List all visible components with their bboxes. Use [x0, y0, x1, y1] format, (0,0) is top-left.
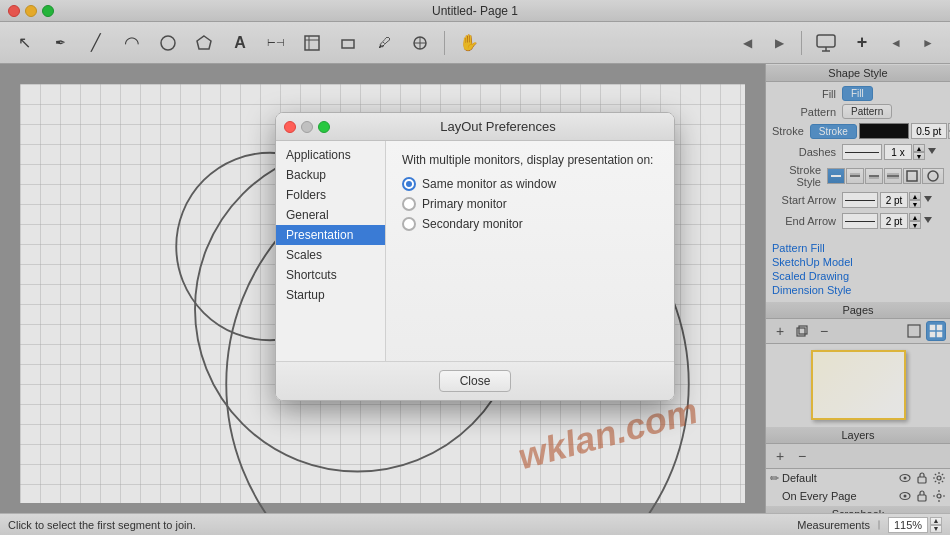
dialog-nav-presentation[interactable]: Presentation: [276, 225, 385, 245]
dialog-min-traffic[interactable]: [301, 121, 313, 133]
dialog-close-button[interactable]: Close: [439, 370, 512, 392]
status-right: Measurements 115% ▲ ▼: [797, 517, 942, 533]
dialog-nav-startup[interactable]: Startup: [276, 285, 385, 305]
preferences-dialog: LayOut Preferences Applications Backup F…: [275, 112, 675, 401]
dialog-traffic-lights[interactable]: [284, 121, 330, 133]
radio-secondary-monitor-label: Secondary monitor: [422, 217, 523, 231]
radio-primary-monitor-circle: [402, 197, 416, 211]
radio-same-monitor[interactable]: Same monitor as window: [402, 177, 658, 191]
dialog-sidebar: Applications Backup Folders General Pres…: [276, 141, 386, 361]
dialog-nav-backup[interactable]: Backup: [276, 165, 385, 185]
zoom-value[interactable]: 115%: [888, 517, 928, 533]
dialog-title: LayOut Preferences: [330, 119, 666, 134]
dialog-close-traffic[interactable]: [284, 121, 296, 133]
dialog-body: Applications Backup Folders General Pres…: [276, 141, 674, 361]
radio-primary-monitor[interactable]: Primary monitor: [402, 197, 658, 211]
radio-secondary-monitor-circle: [402, 217, 416, 231]
dialog-nav-shortcuts[interactable]: Shortcuts: [276, 265, 385, 285]
status-bar: Click to select the first segment to joi…: [0, 513, 950, 535]
dialog-content: With multiple monitors, display presenta…: [386, 141, 674, 361]
dialog-content-title: With multiple monitors, display presenta…: [402, 153, 658, 167]
dialog-nav-general[interactable]: General: [276, 205, 385, 225]
monitor-radio-group: Same monitor as window Primary monitor S…: [402, 177, 658, 231]
dialog-footer: Close: [276, 361, 674, 400]
zoom-display: 115% ▲ ▼: [888, 517, 942, 533]
radio-same-monitor-dot: [406, 181, 412, 187]
radio-same-monitor-circle: [402, 177, 416, 191]
dialog-nav-folders[interactable]: Folders: [276, 185, 385, 205]
dialog-title-bar: LayOut Preferences: [276, 113, 674, 141]
dialog-nav-applications[interactable]: Applications: [276, 145, 385, 165]
radio-primary-monitor-label: Primary monitor: [422, 197, 507, 211]
zoom-up[interactable]: ▲: [930, 517, 942, 525]
horizontal-scrollbar[interactable]: [878, 520, 880, 530]
zoom-spinner[interactable]: ▲ ▼: [930, 517, 942, 533]
radio-secondary-monitor[interactable]: Secondary monitor: [402, 217, 658, 231]
radio-same-monitor-label: Same monitor as window: [422, 177, 556, 191]
measurements-label: Measurements: [797, 519, 870, 531]
zoom-down[interactable]: ▼: [930, 525, 942, 533]
dialog-max-traffic[interactable]: [318, 121, 330, 133]
dialog-nav-scales[interactable]: Scales: [276, 245, 385, 265]
dialog-overlay: LayOut Preferences Applications Backup F…: [0, 0, 950, 513]
status-text: Click to select the first segment to joi…: [8, 519, 797, 531]
